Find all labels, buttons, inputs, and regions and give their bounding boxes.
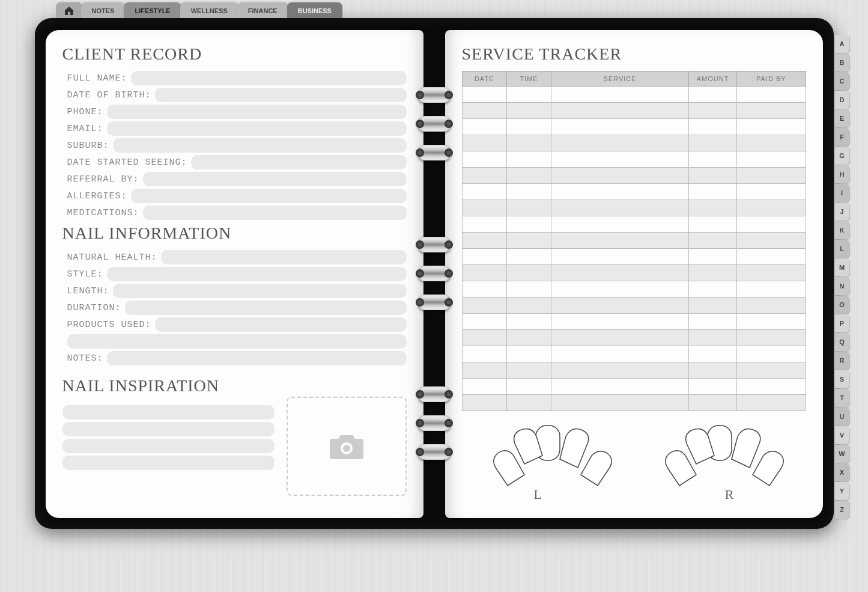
tracker-cell[interactable] bbox=[506, 281, 551, 298]
nail-field-1[interactable] bbox=[107, 267, 407, 281]
tab-wellness[interactable]: WELLNESS bbox=[180, 2, 238, 18]
nail-field-3[interactable] bbox=[125, 301, 407, 315]
tracker-cell[interactable] bbox=[737, 314, 806, 330]
client-field-0[interactable] bbox=[131, 71, 407, 85]
tracker-cell[interactable] bbox=[462, 87, 506, 103]
tracker-cell[interactable] bbox=[506, 346, 551, 362]
tracker-cell[interactable] bbox=[462, 379, 506, 395]
tracker-cell[interactable] bbox=[462, 395, 506, 411]
client-field-2[interactable] bbox=[107, 105, 407, 119]
tracker-cell[interactable] bbox=[551, 103, 689, 119]
tracker-cell[interactable] bbox=[506, 216, 551, 233]
notes-input[interactable] bbox=[107, 351, 407, 365]
client-field-7[interactable] bbox=[131, 189, 407, 203]
tracker-cell[interactable] bbox=[506, 379, 551, 395]
alpha-tab-d[interactable]: D bbox=[835, 91, 849, 109]
tracker-cell[interactable] bbox=[737, 103, 806, 119]
alpha-tab-f[interactable]: F bbox=[835, 128, 849, 146]
tracker-cell[interactable] bbox=[462, 362, 506, 379]
tracker-cell[interactable] bbox=[462, 249, 506, 265]
alpha-tab-w[interactable]: W bbox=[835, 445, 849, 463]
client-field-1[interactable] bbox=[155, 88, 407, 102]
tracker-cell[interactable] bbox=[689, 346, 737, 362]
tracker-cell[interactable] bbox=[551, 87, 689, 103]
tracker-cell[interactable] bbox=[689, 395, 737, 411]
tracker-cell[interactable] bbox=[551, 395, 689, 411]
tracker-cell[interactable] bbox=[737, 119, 806, 135]
tracker-cell[interactable] bbox=[462, 216, 506, 233]
alpha-tab-z[interactable]: Z bbox=[835, 501, 849, 519]
alpha-tab-o[interactable]: O bbox=[835, 296, 849, 314]
client-field-3[interactable] bbox=[107, 121, 407, 136]
tracker-cell[interactable] bbox=[551, 216, 689, 233]
alpha-tab-b[interactable]: B bbox=[835, 53, 849, 72]
tracker-cell[interactable] bbox=[737, 362, 806, 379]
tracker-cell[interactable] bbox=[506, 330, 551, 346]
nail-field-4[interactable] bbox=[155, 317, 407, 332]
tracker-cell[interactable] bbox=[506, 200, 551, 216]
tracker-cell[interactable] bbox=[506, 119, 551, 135]
tracker-cell[interactable] bbox=[506, 168, 551, 184]
tracker-cell[interactable] bbox=[551, 346, 689, 362]
alpha-tab-c[interactable]: C bbox=[835, 72, 849, 90]
tracker-cell[interactable] bbox=[737, 151, 806, 168]
alpha-tab-t[interactable]: T bbox=[835, 389, 849, 407]
alpha-tab-i[interactable]: I bbox=[835, 184, 849, 202]
tracker-cell[interactable] bbox=[462, 281, 506, 298]
tracker-cell[interactable] bbox=[462, 151, 506, 168]
client-field-4[interactable] bbox=[113, 138, 407, 153]
tracker-cell[interactable] bbox=[551, 314, 689, 330]
tracker-cell[interactable] bbox=[737, 216, 806, 233]
tracker-cell[interactable] bbox=[462, 103, 506, 119]
client-field-6[interactable] bbox=[143, 172, 407, 186]
tracker-cell[interactable] bbox=[462, 184, 506, 200]
tracker-cell[interactable] bbox=[506, 87, 551, 103]
tracker-cell[interactable] bbox=[551, 281, 689, 298]
alpha-tab-y[interactable]: Y bbox=[835, 482, 849, 500]
photo-placeholder[interactable] bbox=[287, 397, 407, 496]
tracker-cell[interactable] bbox=[689, 168, 737, 184]
tracker-cell[interactable] bbox=[462, 168, 506, 184]
tracker-cell[interactable] bbox=[689, 216, 737, 233]
tracker-cell[interactable] bbox=[506, 151, 551, 168]
alpha-tab-e[interactable]: E bbox=[835, 109, 849, 127]
tracker-cell[interactable] bbox=[551, 184, 689, 200]
alpha-tab-k[interactable]: K bbox=[835, 221, 849, 239]
tracker-cell[interactable] bbox=[737, 87, 806, 103]
tracker-cell[interactable] bbox=[551, 119, 689, 135]
tracker-cell[interactable] bbox=[551, 362, 689, 379]
tracker-cell[interactable] bbox=[689, 87, 737, 103]
tracker-cell[interactable] bbox=[506, 362, 551, 379]
tracker-cell[interactable] bbox=[462, 346, 506, 362]
tracker-cell[interactable] bbox=[689, 151, 737, 168]
tracker-cell[interactable] bbox=[551, 135, 689, 151]
alpha-tab-u[interactable]: U bbox=[835, 407, 849, 426]
alpha-tab-m[interactable]: M bbox=[835, 258, 849, 276]
alpha-tab-q[interactable]: Q bbox=[835, 333, 849, 351]
tracker-cell[interactable] bbox=[689, 184, 737, 200]
tracker-cell[interactable] bbox=[737, 184, 806, 200]
client-field-5[interactable] bbox=[191, 155, 407, 169]
tracker-cell[interactable] bbox=[506, 233, 551, 249]
tracker-cell[interactable] bbox=[689, 379, 737, 395]
tracker-cell[interactable] bbox=[462, 330, 506, 346]
tracker-cell[interactable] bbox=[689, 314, 737, 330]
tab-lifestyle[interactable]: LIFESTYLE bbox=[124, 2, 181, 18]
tab-business[interactable]: BUSINESS bbox=[287, 2, 342, 18]
tab-finance[interactable]: FINANCE bbox=[237, 2, 288, 18]
inspiration-input-1[interactable] bbox=[62, 405, 275, 420]
tracker-cell[interactable] bbox=[737, 200, 806, 216]
tracker-cell[interactable] bbox=[462, 233, 506, 249]
tracker-cell[interactable] bbox=[689, 200, 737, 216]
tracker-cell[interactable] bbox=[689, 233, 737, 249]
tracker-cell[interactable] bbox=[462, 200, 506, 216]
inspiration-input-3[interactable] bbox=[62, 439, 275, 453]
tracker-cell[interactable] bbox=[462, 135, 506, 151]
tracker-cell[interactable] bbox=[462, 119, 506, 135]
tracker-cell[interactable] bbox=[689, 265, 737, 281]
tracker-cell[interactable] bbox=[506, 395, 551, 411]
tab-home[interactable] bbox=[56, 2, 82, 18]
tracker-cell[interactable] bbox=[551, 168, 689, 184]
client-field-8[interactable] bbox=[143, 206, 407, 220]
tracker-cell[interactable] bbox=[737, 395, 806, 411]
